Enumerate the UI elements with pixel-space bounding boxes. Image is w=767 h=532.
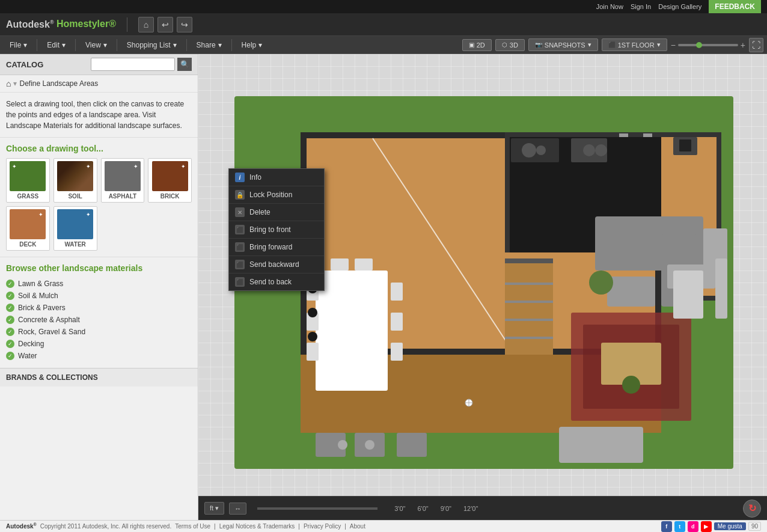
ctx-bring-forward-label: Bring forward xyxy=(249,243,292,251)
search-input[interactable] xyxy=(91,58,175,71)
file-label: File xyxy=(10,41,21,49)
brick-icon xyxy=(6,304,14,312)
footer-social: f t d ▶ Me gusta 90 xyxy=(661,521,761,532)
ctx-send-backward[interactable]: ⬛ Send backward xyxy=(229,256,324,274)
menu-sep-4 xyxy=(186,39,187,51)
2d-btn[interactable]: ▣ 2D xyxy=(462,39,492,51)
me-gusta-btn[interactable]: Me gusta xyxy=(714,522,746,530)
browse-brick[interactable]: Brick & Pavers xyxy=(6,302,192,314)
feedback-button[interactable]: FEEDBACK xyxy=(709,0,761,13)
terms-link[interactable]: Terms of Use xyxy=(175,523,210,530)
bring-front-icon: ⬛ xyxy=(235,225,245,234)
help-arrow: ▾ xyxy=(258,41,262,49)
soil-swatch: ✦ xyxy=(57,161,93,191)
undo-btn[interactable]: ↩ xyxy=(157,17,173,32)
logo-divider xyxy=(127,17,127,32)
svg-rect-63 xyxy=(643,133,652,137)
svg-rect-18 xyxy=(505,283,553,285)
share-menu[interactable]: Share ▾ xyxy=(191,38,228,52)
water-browse-icon xyxy=(6,352,14,360)
scale-0: 3'0" xyxy=(394,505,405,512)
unit-button[interactable]: ft ▾ xyxy=(204,502,224,515)
file-menu[interactable]: File ▾ xyxy=(4,38,33,52)
app-name: Autodesk® xyxy=(6,19,57,29)
browse-concrete[interactable]: Concrete & Asphalt xyxy=(6,314,192,326)
ctx-lock[interactable]: 🔒 Lock Position xyxy=(229,186,324,204)
grass-tool[interactable]: ✦ GRASS xyxy=(6,158,50,203)
water-label: Water xyxy=(18,352,37,360)
join-now-link[interactable]: Join Now xyxy=(596,3,623,10)
help-menu[interactable]: Help ▾ xyxy=(236,38,269,52)
browse-soil[interactable]: Soil & Mulch xyxy=(6,290,192,302)
fullscreen-btn[interactable]: ⛶ xyxy=(749,38,763,52)
svg-point-60 xyxy=(536,145,546,155)
home-tool-btn[interactable]: ⌂ xyxy=(138,17,154,32)
ctx-send-to-back-label: Send to back xyxy=(249,278,292,286)
product-name: Homestyler® xyxy=(57,19,116,29)
design-gallery-link[interactable]: Design Gallery xyxy=(658,3,701,10)
asphalt-tool[interactable]: ✦ ASPHALT xyxy=(101,158,145,203)
redo-btn[interactable]: ↪ xyxy=(177,17,192,32)
3d-btn[interactable]: ⬡ 3D xyxy=(495,39,525,51)
water-tool[interactable]: ✦ WATER xyxy=(53,206,97,251)
soil-tool[interactable]: ✦ SOIL xyxy=(53,158,97,203)
browse-rock[interactable]: Rock, Gravel & Sand xyxy=(6,326,192,338)
svg-rect-16 xyxy=(505,258,553,355)
rock-label: Rock, Gravel & Sand xyxy=(18,328,85,336)
zoom-in-icon[interactable]: + xyxy=(741,40,745,50)
brick-tool[interactable]: ✦ BRICK xyxy=(148,158,192,203)
floor-btn[interactable]: ⬛ 1ST FLOOR ▾ xyxy=(602,38,667,51)
edit-menu[interactable]: Edit ▾ xyxy=(41,38,72,52)
svg-point-45 xyxy=(365,440,374,450)
svg-rect-23 xyxy=(607,277,655,307)
svg-rect-19 xyxy=(505,301,553,303)
ruler-button[interactable]: ↔ xyxy=(229,503,246,515)
svg-rect-33 xyxy=(355,258,373,271)
menu-bar: File ▾ Edit ▾ View ▾ Shopping List ▾ Sha… xyxy=(0,36,767,54)
compass: ↻ xyxy=(743,500,761,518)
browse-water[interactable]: Water xyxy=(6,350,192,362)
ctx-send-backward-label: Send backward xyxy=(249,260,299,269)
breadcrumb: ⌂ ▾ Define Landscape Areas xyxy=(0,75,198,93)
scale-labels: 3'0" 6'0" 9'0" 12'0" xyxy=(394,505,478,512)
canvas-area[interactable]: i Info 🔒 Lock Position ✕ Delete ⬛ Bring … xyxy=(198,54,767,520)
snapshots-btn[interactable]: 📷 SNAPSHOTS ▾ xyxy=(528,38,598,51)
ctx-bring-forward[interactable]: ⬛ Bring forward xyxy=(229,239,324,256)
view-menu[interactable]: View ▾ xyxy=(79,38,113,52)
deck-label: DECK xyxy=(19,241,36,248)
edit-arrow: ▾ xyxy=(62,41,66,49)
search-button[interactable]: 🔍 xyxy=(177,58,192,71)
twitter-icon[interactable]: t xyxy=(674,521,685,532)
svg-rect-20 xyxy=(505,319,553,321)
snapshots-arrow: ▾ xyxy=(588,41,591,49)
share-arrow: ▾ xyxy=(218,41,222,49)
scale-1: 6'0" xyxy=(417,505,428,512)
concrete-label: Concrete & Asphalt xyxy=(18,316,80,324)
ctx-delete-label: Delete xyxy=(249,208,270,216)
svg-point-43 xyxy=(338,440,347,450)
ctx-delete[interactable]: ✕ Delete xyxy=(229,204,324,221)
shopping-list-menu[interactable]: Shopping List ▾ xyxy=(121,38,183,52)
ctx-send-to-back[interactable]: ⬛ Send to back xyxy=(229,274,324,290)
logo-bar: Autodesk® Homestyler® ⌂ ↩ ↪ xyxy=(0,13,767,36)
deck-tool[interactable]: ✦ DECK xyxy=(6,206,50,251)
scale-bar xyxy=(257,507,377,510)
youtube-icon[interactable]: ▶ xyxy=(701,521,712,532)
zoom-slider[interactable] xyxy=(678,44,738,46)
soil-icon xyxy=(6,292,14,300)
facebook-icon[interactable]: f xyxy=(661,521,672,532)
soil-label: SOIL xyxy=(68,193,82,200)
svg-rect-56 xyxy=(679,139,691,151)
zoom-out-icon[interactable]: − xyxy=(671,40,676,50)
sign-in-link[interactable]: Sign In xyxy=(631,3,651,10)
delicious-icon[interactable]: d xyxy=(688,521,698,532)
browse-decking[interactable]: Decking xyxy=(6,338,192,350)
about-link[interactable]: About xyxy=(350,523,365,530)
home-breadcrumb-icon[interactable]: ⌂ xyxy=(6,79,11,88)
privacy-link[interactable]: Privacy Policy xyxy=(304,523,341,530)
ctx-bring-front[interactable]: ⬛ Bring to front xyxy=(229,221,324,239)
legal-link[interactable]: Legal Notices & Trademarks xyxy=(219,523,295,530)
ctx-info[interactable]: i Info xyxy=(229,169,324,186)
ctx-bring-front-label: Bring to front xyxy=(249,225,291,234)
browse-lawn[interactable]: Lawn & Grass xyxy=(6,278,192,290)
